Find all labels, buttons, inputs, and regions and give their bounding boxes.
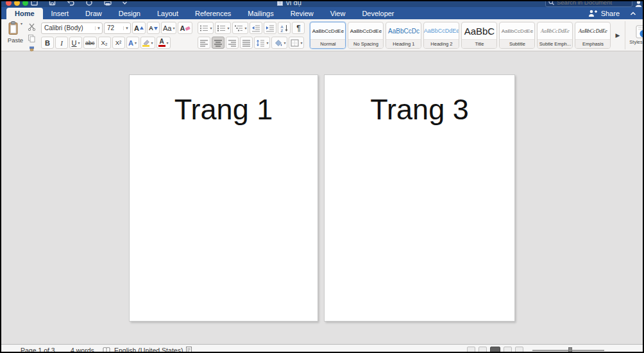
paste-label: Paste [8, 37, 23, 44]
underline-button[interactable]: U▾ [69, 37, 82, 49]
bold-button[interactable]: B [41, 37, 54, 49]
superscript-button[interactable]: X² [112, 37, 125, 49]
minimize-window-button[interactable] [14, 1, 20, 6]
style-heading-2[interactable]: AaBbCcDdEeHeading 2 [423, 22, 459, 49]
zoom-window-button[interactable] [22, 1, 28, 6]
style-heading-2-sample: AaBbCcDdEe [424, 22, 459, 39]
style-no-spacing[interactable]: AaBbCcDdEeNo Spacing [348, 22, 384, 49]
style-emphasis[interactable]: AaBbCcDdEeEmphasis [575, 22, 611, 49]
show-paragraph-marks-button[interactable]: ¶ [292, 22, 305, 34]
collapse-ribbon-chevron-icon[interactable] [630, 11, 636, 16]
language-indicator[interactable]: English (United States) [114, 347, 183, 352]
document-page-3[interactable]: Trang 3 [324, 74, 515, 322]
align-left-button[interactable] [198, 37, 210, 49]
text-effects-button[interactable]: A▾ [126, 37, 139, 49]
view-outline-button[interactable] [515, 347, 523, 352]
view-web-layout-button[interactable] [504, 347, 512, 352]
undo-icon[interactable] [67, 1, 74, 6]
styles-pane-label: Styles Pane [629, 40, 643, 46]
shrink-font-button[interactable]: A [147, 22, 160, 34]
line-spacing-button[interactable]: ▾ [254, 37, 270, 49]
cut-button[interactable] [28, 22, 36, 33]
copy-button[interactable] [28, 33, 36, 45]
tab-insert[interactable]: Insert [43, 8, 78, 19]
highlight-button[interactable]: ▾ [140, 37, 155, 49]
styles-pane-button[interactable]: 1 Styles Pane [628, 25, 643, 46]
font-color-button[interactable]: A ▾ [157, 37, 171, 49]
increase-indent-button[interactable] [264, 22, 276, 34]
style-heading-1[interactable]: AaBbCcDcHeading 1 [386, 22, 421, 49]
justify-button[interactable] [240, 37, 253, 49]
tab-mailings[interactable]: Mailings [239, 8, 282, 19]
change-case-button[interactable]: Aa▾ [161, 22, 176, 34]
align-left-icon [199, 39, 208, 47]
font-size-select[interactable]: 72 ▼ [104, 22, 131, 34]
proofing-icon[interactable] [186, 347, 192, 352]
page-indicator[interactable]: Page 1 of 3 [21, 347, 55, 352]
font-size-caret-icon[interactable]: ▼ [123, 26, 130, 30]
qat-customize-caret-icon[interactable] [123, 1, 127, 6]
style-subtitle[interactable]: AaBbCcDdEeSubtitle [499, 22, 535, 49]
document-page-1[interactable]: Trang 1 [129, 74, 318, 322]
style-subtle-emphasis[interactable]: AaBbCcDdEeSubtle Emph... [537, 22, 573, 49]
tab-home[interactable]: Home [6, 8, 43, 19]
word-count[interactable]: 4 words [71, 347, 94, 352]
search-box[interactable] [545, 1, 632, 7]
borders-button[interactable]: ▾ [289, 37, 304, 49]
more-styles-arrow-icon[interactable]: ▶ [615, 32, 620, 39]
style-normal[interactable]: AaBbCcDdEeNormal [310, 22, 346, 49]
save-as-icon[interactable] [49, 1, 56, 6]
subscript-button[interactable]: X₂ [98, 37, 111, 49]
page-3-text[interactable]: Trang 3 [325, 75, 514, 126]
view-read-mode-button[interactable] [479, 347, 487, 352]
view-print-layout-button[interactable] [490, 347, 500, 352]
tab-view[interactable]: View [322, 8, 354, 19]
style-title-label: Title [462, 39, 496, 48]
clear-formatting-button[interactable]: A [178, 22, 192, 34]
change-case-caret-icon: ▾ [173, 26, 174, 30]
numbering-icon [217, 24, 226, 32]
close-window-button[interactable] [6, 1, 12, 6]
print-icon[interactable] [104, 1, 112, 6]
decrease-indent-icon [251, 24, 260, 32]
redo-icon[interactable] [85, 1, 93, 6]
numbering-button[interactable]: ▾ [215, 22, 231, 34]
style-heading-1-label: Heading 1 [386, 39, 421, 48]
shading-bucket-icon [273, 39, 282, 47]
decrease-indent-button[interactable] [250, 22, 262, 34]
italic-button[interactable]: I [55, 37, 68, 49]
view-focus-button[interactable] [467, 347, 475, 352]
paste-dropdown-caret-icon[interactable]: ▾ [21, 21, 22, 26]
zoom-slider-knob[interactable] [568, 347, 572, 352]
align-center-button[interactable] [212, 37, 225, 49]
search-input[interactable] [557, 1, 627, 6]
tab-layout[interactable]: Layout [149, 8, 187, 19]
bullets-button[interactable]: ▾ [198, 22, 214, 34]
grow-font-button[interactable]: A [132, 22, 146, 34]
tab-design[interactable]: Design [110, 8, 149, 19]
align-right-icon [228, 39, 237, 47]
tab-review[interactable]: Review [282, 8, 322, 19]
shading-button[interactable]: ▾ [271, 37, 287, 49]
font-family-caret-icon[interactable]: ▼ [95, 26, 102, 30]
numbering-caret-icon: ▾ [227, 26, 229, 30]
strikethrough-button[interactable]: abc [83, 37, 97, 49]
page-1-text[interactable]: Trang 1 [130, 75, 318, 126]
paste-button[interactable]: ▾ Paste [5, 21, 26, 49]
multilevel-list-button[interactable]: ▾ [232, 22, 248, 34]
style-title[interactable]: AaBbCTitle [461, 22, 497, 49]
underline-caret-icon: ▾ [78, 40, 80, 45]
tab-references[interactable]: References [187, 8, 239, 19]
spellcheck-book-icon[interactable] [103, 347, 110, 352]
sort-button[interactable]: AZ [278, 22, 291, 34]
share-button[interactable]: Share [601, 10, 620, 17]
save-icon[interactable] [31, 1, 38, 6]
styles-group: AaBbCcDdEeNormal AaBbCcDdEeNo Spacing Aa… [310, 21, 643, 49]
font-family-value: Calibri (Body) [42, 24, 95, 31]
account-person-icon[interactable] [634, 1, 643, 7]
font-family-select[interactable]: Calibri (Body) ▼ [41, 22, 103, 34]
tab-draw[interactable]: Draw [77, 8, 110, 19]
grow-font-arrow-icon [140, 26, 144, 30]
tab-developer[interactable]: Developer [353, 8, 402, 19]
align-right-button[interactable] [226, 37, 239, 49]
